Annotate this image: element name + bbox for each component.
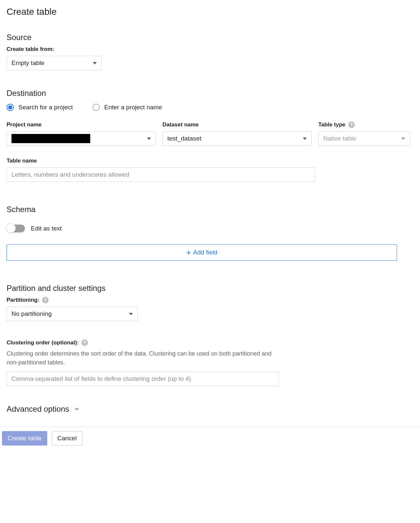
radio-unselected-icon — [93, 104, 100, 111]
partitioning-label: Partitioning: — [7, 297, 39, 303]
cancel-button[interactable]: Cancel — [52, 431, 82, 446]
clustering-order-input[interactable] — [7, 372, 279, 386]
edit-as-text-toggle[interactable] — [7, 225, 25, 232]
partition-section: Partition and cluster settings Partition… — [7, 284, 413, 386]
chevron-down-icon — [401, 138, 405, 140]
table-type-select[interactable]: Native table — [318, 131, 410, 146]
add-field-button[interactable]: + Add field — [7, 244, 397, 261]
project-name-label: Project name — [7, 121, 156, 128]
help-icon[interactable]: ? — [42, 297, 49, 303]
partition-heading: Partition and cluster settings — [7, 284, 413, 293]
project-name-redacted — [11, 134, 90, 143]
dataset-name-value: test_dataset — [167, 135, 201, 142]
schema-heading: Schema — [7, 205, 413, 214]
page-title: Create table — [7, 7, 413, 17]
source-section: Source Create table from: Empty table — [7, 33, 413, 70]
destination-section: Destination Search for a project Enter a… — [7, 89, 413, 182]
radio-search-label: Search for a project — [18, 104, 73, 111]
advanced-options-label: Advanced options — [7, 404, 69, 414]
edit-as-text-label: Edit as text — [31, 225, 62, 232]
schema-section: Schema Edit as text + Add field — [7, 205, 413, 261]
radio-enter-label: Enter a project name — [104, 104, 162, 111]
create-table-from-label: Create table from: — [7, 46, 413, 53]
plus-icon: + — [186, 248, 191, 257]
help-icon[interactable]: ? — [81, 339, 88, 346]
create-table-from-value: Empty table — [11, 59, 44, 67]
create-table-button[interactable]: Create table — [2, 431, 47, 446]
add-field-label: Add field — [193, 249, 218, 256]
dataset-name-label: Dataset name — [162, 121, 312, 128]
chevron-down-icon — [93, 62, 97, 64]
toggle-knob-icon — [6, 223, 16, 233]
chevron-down-icon — [303, 138, 307, 140]
cancel-button-label: Cancel — [57, 435, 77, 442]
project-name-select[interactable] — [7, 131, 156, 146]
footer: Create table Cancel — [0, 427, 420, 449]
radio-enter-project-name[interactable]: Enter a project name — [93, 104, 162, 111]
table-type-label: Table type — [318, 121, 346, 128]
help-icon[interactable]: ? — [348, 121, 355, 128]
dataset-name-select[interactable]: test_dataset — [162, 131, 312, 146]
source-heading: Source — [7, 33, 413, 42]
radio-selected-icon — [7, 104, 14, 111]
create-table-button-label: Create table — [8, 435, 42, 442]
table-type-value: Native table — [323, 135, 356, 142]
partitioning-value: No partitioning — [11, 310, 52, 317]
partitioning-select[interactable]: No partitioning — [7, 307, 138, 321]
advanced-options-toggle[interactable]: Advanced options — [7, 404, 413, 414]
radio-search-project[interactable]: Search for a project — [7, 104, 73, 111]
chevron-down-icon — [129, 313, 133, 315]
clustering-hint: Clustering order determines the sort ord… — [7, 349, 279, 367]
create-table-from-select[interactable]: Empty table — [7, 56, 102, 70]
chevron-down-icon — [147, 138, 151, 140]
table-name-input[interactable] — [7, 167, 315, 182]
clustering-order-label: Clustering order (optional): — [7, 339, 79, 346]
table-name-label: Table name — [7, 158, 413, 164]
destination-heading: Destination — [7, 89, 413, 98]
chevron-down-icon — [74, 406, 80, 412]
